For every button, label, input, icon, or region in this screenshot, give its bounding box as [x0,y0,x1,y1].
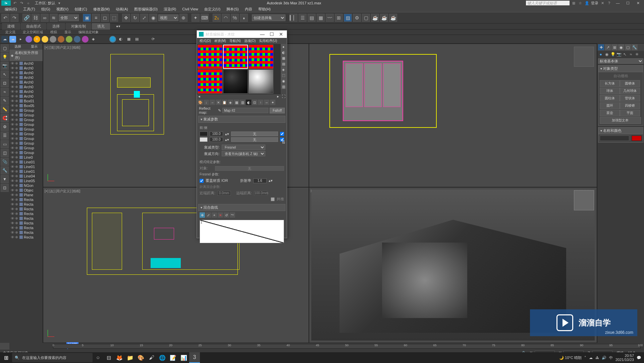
falloff-dir-select[interactable]: 查看方向(摄影机 Z 轴) [222,151,265,156]
paint-select-button[interactable]: ⬚ [110,14,118,22]
mat-showmap-icon[interactable]: ▥ [240,100,245,105]
sub-idle[interactable]: 定义空闲区域 [19,30,46,35]
lt-util-icon[interactable]: 🔧 [1,166,9,174]
create-tab-icon[interactable]: ✚ [598,44,604,50]
primitive-type-select[interactable]: 标准基本体 [598,58,643,64]
mat-slot-6[interactable] [249,69,273,94]
ribbon-tab-populate[interactable]: 填充 [92,23,110,30]
side-color-swatch[interactable] [200,137,208,142]
env-earth-icon[interactable]: 🌐 [109,36,116,43]
helpers-icon[interactable]: ↖ [622,52,628,57]
scene-item[interactable]: 👁❄Group [9,122,43,127]
grid-icon[interactable]: ⊞ [571,0,576,6]
ribbon-tab-modeling[interactable]: 建模 [2,23,20,30]
shapes-icon[interactable]: ◉ [604,52,609,57]
lt-gear-icon[interactable]: ⚙ [1,123,9,131]
viewcube[interactable] [574,47,594,67]
undo-icon[interactable]: ↶ [12,0,17,6]
menu-customize[interactable]: 自定义(U) [202,7,223,12]
scene-tab-select[interactable]: 选择 [9,44,26,50]
mat-scroll-right[interactable]: ▸ [277,94,279,99]
systems-icon[interactable]: ✳ [634,52,640,57]
explorer-icon[interactable]: 📁 [125,352,136,363]
sub-sim[interactable]: 模拟 [47,30,60,35]
primitive-button[interactable]: 长方体 [600,80,620,87]
coord-select[interactable]: 视图 [158,14,178,21]
lt-layers-icon[interactable]: ☰ [1,132,9,140]
rect-select-button[interactable]: ◻ [101,14,109,22]
mirror-button[interactable]: ▎▏ [289,14,298,22]
sub-display[interactable]: 显示 [61,30,74,35]
scene-item[interactable]: 👁❄Arch0 [9,85,43,89]
menu-edit[interactable]: 编辑(E) [2,7,20,12]
scene-item[interactable]: 👁❄Recta [9,202,43,207]
login-label[interactable]: 登录 [591,1,598,6]
scene-item[interactable]: 👁❄Recta [9,235,43,240]
rotate-button[interactable]: ↻ [131,14,139,22]
scene-item[interactable]: 👁❄Group [9,141,43,146]
mat-put-icon[interactable]: ↓ [204,100,209,105]
mix-curve-graph[interactable]: 1 [200,220,284,243]
space-icon[interactable]: ≈ [628,52,634,57]
curve-delete-icon[interactable]: ✕ [218,212,223,218]
scale-button[interactable]: ⤢ [140,14,148,22]
timeline[interactable]: 0 / 100 05101520253035404550556065707580… [9,343,644,350]
time-ruler[interactable]: 0510152025303540455055606570758085909510… [53,344,641,349]
mat-slot-5[interactable] [223,69,248,94]
ribbon-tab-freeform[interactable]: 自由形式 [21,23,46,30]
env-sky-icon[interactable]: ☁ [1,36,8,43]
primitive-button[interactable]: 茶壶 [600,110,620,116]
mat-pick-icon[interactable]: ✦ [270,100,275,105]
menu-modifiers[interactable]: 修改器(M) [91,7,113,12]
lt-filter-icon[interactable]: ▼ [1,175,9,183]
maximize-button[interactable]: ☐ [623,0,633,6]
mat-slot-2[interactable] [223,45,248,69]
tray-date[interactable]: 2021/10/23 [615,358,634,362]
menu-create[interactable]: 创建(C) [72,7,90,12]
mat-bg-icon[interactable]: ▦ [281,55,286,61]
edge-icon[interactable]: 🌐 [157,352,168,363]
spinner-snap-button[interactable]: ⬧ [240,14,248,22]
scene-item[interactable]: 👁❄Group [9,150,43,155]
curve-tangent-icon[interactable]: 〜 [230,212,235,218]
mat-assign-icon[interactable]: → [210,100,215,105]
env-refresh-icon[interactable]: ⟳ [150,36,156,43]
help-icon[interactable]: ? [606,0,612,6]
override-ior-check[interactable] [200,179,204,183]
scene-item[interactable]: 👁❄Arch0 [9,75,43,80]
place-button[interactable]: ◉ [149,14,157,22]
scene-item[interactable]: 👁❄Group [9,117,43,122]
object-color-swatch[interactable] [632,136,642,141]
object-type-rollout[interactable]: ▾ 对象类型 [598,65,643,72]
mat-video-icon[interactable]: ◈ [281,67,286,72]
scene-item[interactable]: 👁❄Group [9,136,43,141]
primitive-button[interactable]: 圆锥体 [620,80,640,87]
percent-snap-button[interactable]: % [231,14,239,22]
scene-item[interactable]: 👁❄Box01 [9,99,43,103]
env-cloud-icon[interactable]: ☁ [9,36,16,43]
help-search[interactable]: 键入关键字或短语 [526,1,570,5]
link-button[interactable]: 🔗 [22,14,31,22]
front-color-swatch[interactable] [200,132,208,136]
falloff-type-button[interactable]: Falloff [270,108,285,113]
scene-item[interactable]: 👁❄Arch0 [9,94,43,99]
close-button[interactable]: ✕ [633,0,643,6]
env-sun-icon[interactable]: ☀ [34,36,40,43]
menu-views[interactable]: 视图(V) [54,7,71,12]
name-color-rollout[interactable]: ▾ 名称和颜色 [598,127,643,134]
pick-icon[interactable]: ✎ [218,108,221,113]
curve-scale-icon[interactable]: ⤢ [206,212,211,218]
mat-menu-material[interactable]: 材质(M) [213,39,227,43]
falloff-type-select[interactable]: Fresnel [222,145,265,150]
menu-content[interactable]: 内容 [242,7,255,12]
menu-script[interactable]: 脚本(S) [224,7,241,12]
mat-menu-mode[interactable]: 模式(D) [198,39,212,43]
ribbon-tab-object[interactable]: 对象绘制 [66,23,91,30]
cameras-icon[interactable]: 📷 [616,52,622,57]
scene-item[interactable]: 👁❄Arch0 [9,80,43,85]
angle-snap-button[interactable]: ◠ [222,14,230,22]
curve-reset-icon[interactable]: ↺ [224,212,229,218]
scene-item[interactable]: 👁❄Recta [9,207,43,211]
scene-item[interactable]: 👁❄Line05 [9,178,43,183]
taskbar-search[interactable]: 🔍 在这里输入你要搜索的内容 [12,353,93,362]
